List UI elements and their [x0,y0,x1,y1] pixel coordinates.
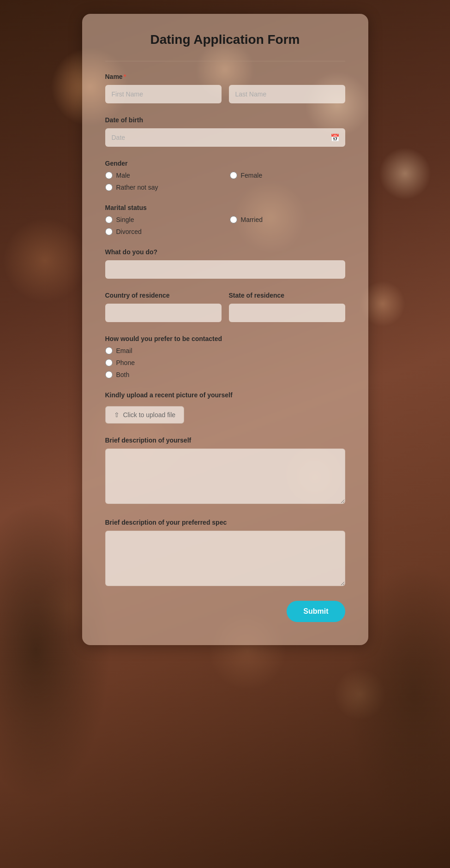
state-input[interactable] [229,304,345,322]
description-textarea[interactable] [105,449,345,504]
dob-section: Date of birth 📅 [105,116,345,147]
marital-option-divorced[interactable]: Divorced [105,228,221,235]
occupation-label: What do you do? [105,248,345,256]
first-name-input[interactable] [105,85,222,103]
marital-label: Marital status [105,204,345,211]
gender-male-radio[interactable] [105,172,113,179]
contact-email-label: Email [116,347,132,354]
upload-icon: ⇧ [114,411,120,419]
gender-option-rather[interactable]: Rather not say [105,184,345,191]
form-container: Dating Application Form Name* Date of bi… [82,14,368,645]
gender-label: Gender [105,160,345,167]
gender-female-radio[interactable] [230,172,237,179]
submit-row: Submit [105,601,345,622]
marital-married-radio[interactable] [230,216,237,223]
marital-single-radio[interactable] [105,216,113,223]
date-input[interactable] [105,128,345,147]
contact-label: How would you prefer to be contacted [105,335,345,342]
divider [105,61,345,61]
name-section: Name* [105,73,345,103]
description-label: Brief description of yourself [105,437,345,444]
residence-section: Country of residence State of residence [105,292,345,322]
contact-section: How would you prefer to be contacted Ema… [105,335,345,378]
marital-section: Marital status Single Married Divorced [105,204,345,235]
contact-phone-radio[interactable] [105,359,113,366]
marital-divorced-label: Divorced [116,228,142,235]
gender-male-label: Male [116,172,130,179]
gender-option-male[interactable]: Male [105,172,221,179]
gender-option-female[interactable]: Female [230,172,345,179]
form-title: Dating Application Form [105,32,345,47]
contact-both-radio[interactable] [105,371,113,378]
residence-row: Country of residence State of residence [105,292,345,322]
preferred-spec-label: Brief description of your preferred spec [105,519,345,526]
marital-divorced-radio[interactable] [105,228,113,235]
gender-rather-label: Rather not say [116,184,158,191]
contact-option-email[interactable]: Email [105,347,345,354]
submit-button[interactable]: Submit [287,601,345,622]
marital-married-label: Married [241,216,263,223]
contact-option-both[interactable]: Both [105,371,345,378]
marital-option-married[interactable]: Married [230,216,345,223]
preferred-spec-section: Brief description of your preferred spec [105,519,345,588]
state-label: State of residence [229,292,345,299]
description-section: Brief description of yourself [105,437,345,506]
gender-section: Gender Male Female Rather not say [105,160,345,191]
preferred-spec-textarea[interactable] [105,531,345,586]
country-input[interactable] [105,304,222,322]
country-col: Country of residence [105,292,222,322]
last-name-input[interactable] [229,85,345,103]
state-col: State of residence [229,292,345,322]
contact-phone-label: Phone [116,359,135,366]
upload-section: Kindly upload a recent picture of yourse… [105,391,345,424]
dob-label: Date of birth [105,116,345,124]
contact-email-radio[interactable] [105,347,113,354]
gender-radio-group: Male Female Rather not say [105,172,345,191]
marital-single-label: Single [116,216,134,223]
marital-radio-group: Single Married Divorced [105,216,345,235]
gender-female-label: Female [241,172,263,179]
country-label: Country of residence [105,292,222,299]
occupation-section: What do you do? [105,248,345,279]
name-label: Name* [105,73,345,80]
contact-radio-group: Email Phone Both [105,347,345,378]
gender-rather-radio[interactable] [105,184,113,191]
name-row [105,85,345,103]
contact-option-phone[interactable]: Phone [105,359,345,366]
contact-both-label: Both [116,371,130,378]
date-wrapper: 📅 [105,128,345,147]
upload-label: Kindly upload a recent picture of yourse… [105,391,345,399]
upload-button[interactable]: ⇧ Click to upload file [105,406,185,424]
marital-option-single[interactable]: Single [105,216,221,223]
occupation-input[interactable] [105,260,345,279]
upload-button-label: Click to upload file [123,411,176,419]
